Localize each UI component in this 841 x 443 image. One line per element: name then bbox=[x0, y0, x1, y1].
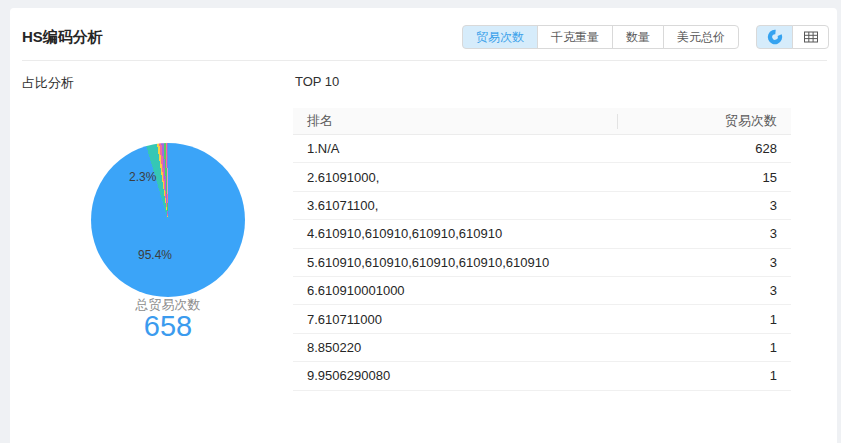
metric-tab-1[interactable]: 贸易次数 bbox=[462, 25, 538, 49]
table-view-button[interactable] bbox=[792, 25, 829, 49]
column-header-trade-count: 贸易次数 bbox=[631, 112, 791, 130]
metric-tab-4[interactable]: 美元总价 bbox=[663, 25, 739, 49]
cell-trade-count: 1 bbox=[631, 340, 791, 355]
cell-rank: 3.61071100, bbox=[293, 198, 631, 213]
column-separator bbox=[617, 114, 618, 129]
table-row: 8.8502201 bbox=[293, 334, 791, 362]
cell-trade-count: 3 bbox=[631, 283, 791, 298]
total-trades-value: 658 bbox=[91, 310, 245, 343]
cell-rank: 4.610910,610910,610910,610910 bbox=[293, 226, 631, 241]
section-title-top10: TOP 10 bbox=[295, 74, 339, 89]
table-body: 1.N/A6282.61091000,153.61071100,34.61091… bbox=[293, 135, 791, 391]
pie-view-button[interactable] bbox=[756, 25, 793, 49]
cell-trade-count: 3 bbox=[631, 255, 791, 270]
table-row: 9.95062900801 bbox=[293, 362, 791, 390]
cell-rank: 5.610910,610910,610910,610910,610910 bbox=[293, 255, 631, 270]
column-header-rank: 排名 bbox=[293, 112, 631, 130]
cell-trade-count: 628 bbox=[631, 141, 791, 156]
cell-rank: 8.850220 bbox=[293, 340, 631, 355]
metric-tab-2[interactable]: 千克重量 bbox=[537, 25, 613, 49]
view-toggle-group bbox=[756, 25, 829, 49]
table-row: 6.6109100010003 bbox=[293, 277, 791, 305]
table-row: 3.61071100,3 bbox=[293, 192, 791, 220]
section-title-proportion: 占比分析 bbox=[22, 74, 74, 92]
table-row: 7.6107110001 bbox=[293, 305, 791, 333]
cell-rank: 7.610711000 bbox=[293, 312, 631, 327]
table-row: 2.61091000,15 bbox=[293, 163, 791, 191]
table-row: 4.610910,610910,610910,6109103 bbox=[293, 220, 791, 248]
table-row: 1.N/A628 bbox=[293, 135, 791, 163]
cell-trade-count: 3 bbox=[631, 198, 791, 213]
table-row: 5.610910,610910,610910,610910,6109103 bbox=[293, 249, 791, 277]
pie-chart[interactable]: 2.3% 95.4% bbox=[91, 143, 245, 297]
table-header-row: 排名 贸易次数 bbox=[293, 108, 791, 135]
table-grid-icon bbox=[803, 29, 819, 45]
cell-rank: 9.9506290080 bbox=[293, 368, 631, 383]
donut-chart-icon bbox=[767, 29, 783, 45]
toolbar: 贸易次数千克重量数量美元总价 bbox=[462, 25, 829, 49]
metric-tab-group: 贸易次数千克重量数量美元总价 bbox=[462, 25, 739, 49]
page-title: HS编码分析 bbox=[22, 28, 103, 47]
cell-rank: 6.610910001000 bbox=[293, 283, 631, 298]
cell-trade-count: 1 bbox=[631, 368, 791, 383]
hs-analysis-card: HS编码分析 贸易次数千克重量数量美元总价 bbox=[10, 8, 837, 443]
top10-table: 排名 贸易次数 1.N/A6282.61091000,153.61071100,… bbox=[293, 108, 791, 391]
cell-trade-count: 15 bbox=[631, 170, 791, 185]
cell-rank: 1.N/A bbox=[293, 141, 631, 156]
header-divider bbox=[22, 60, 827, 61]
pie-percent-label-teal: 2.3% bbox=[129, 170, 156, 184]
cell-trade-count: 3 bbox=[631, 226, 791, 241]
pie-percent-label-blue: 95.4% bbox=[138, 248, 172, 262]
metric-tab-3[interactable]: 数量 bbox=[612, 25, 664, 49]
cell-trade-count: 1 bbox=[631, 312, 791, 327]
cell-rank: 2.61091000, bbox=[293, 170, 631, 185]
